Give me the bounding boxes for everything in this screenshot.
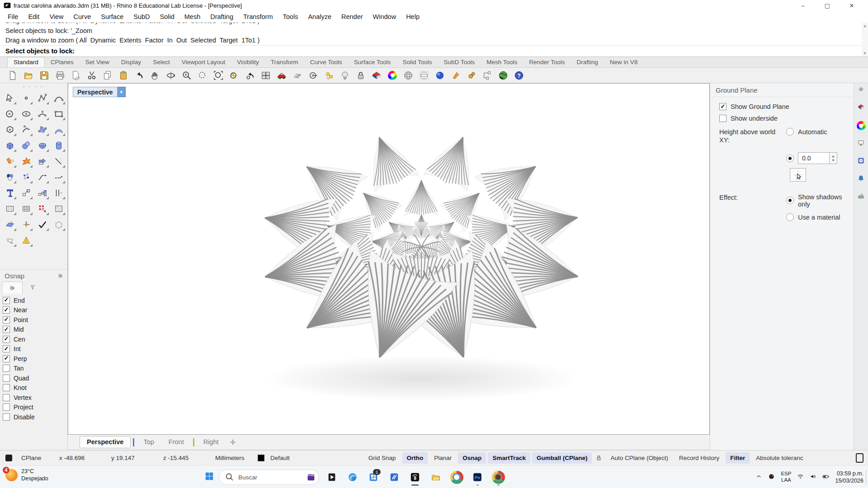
tool-point-button[interactable] (18, 90, 34, 106)
volume-icon[interactable] (810, 473, 816, 482)
tool-box-button[interactable] (2, 137, 18, 153)
viewport-title-tab[interactable]: Perspective ▼ (73, 87, 126, 97)
ribbon-tab-solid-tools[interactable]: Solid Tools (396, 57, 438, 67)
ribbon-tab-subd-tools[interactable]: SubD Tools (438, 57, 481, 67)
tool-check-button[interactable] (34, 216, 50, 232)
command-prompt-input[interactable]: Select objects to lock: (0, 45, 868, 56)
select-filter-button[interactable] (323, 69, 335, 82)
rendered-button[interactable] (434, 69, 446, 82)
osnap-tab-osnap-target[interactable] (2, 282, 23, 294)
checkbox-quad[interactable] (3, 375, 10, 382)
taskbar-app-chrome-alt[interactable] (490, 468, 506, 486)
taskbar-app-blue-diagonal[interactable] (386, 468, 402, 486)
checkbox-knot[interactable] (3, 384, 10, 391)
shaded-button[interactable] (402, 69, 415, 82)
osnap-option-disable[interactable]: Disable (3, 412, 67, 422)
tool-select-button[interactable] (2, 90, 18, 106)
zoom-selected-button[interactable] (212, 69, 225, 82)
wifi-icon[interactable] (797, 473, 804, 482)
paste-button[interactable] (117, 69, 130, 82)
render-strip-button[interactable] (858, 103, 864, 112)
osnap-option-vertex[interactable]: Vertex (3, 393, 67, 403)
menu-mesh[interactable]: Mesh (179, 12, 205, 21)
clapper-icon[interactable] (306, 472, 316, 482)
tool-surface-loft-button[interactable] (51, 122, 66, 137)
osnap-tab-filter-funnel[interactable] (23, 282, 42, 293)
tool-surface-patch-button[interactable] (34, 122, 50, 137)
status-toggle-planar[interactable]: Planar (429, 452, 456, 464)
minimize-button[interactable]: – (798, 2, 807, 9)
viewport-tab-front[interactable]: Front (162, 436, 191, 448)
ribbon-tab-new-in-v8[interactable]: New in V8 (604, 57, 644, 67)
search-box[interactable]: Buscar (219, 469, 319, 485)
osnap-option-mid[interactable]: Mid (3, 325, 67, 335)
ribbon-tab-cplanes[interactable]: CPlanes (45, 57, 80, 67)
status-toggle-ortho[interactable]: Ortho (402, 452, 428, 464)
height-value-radio[interactable] (786, 155, 794, 162)
ribbon-tab-curve-tools[interactable]: Curve Tools (304, 57, 348, 67)
osnap-option-project[interactable]: Project (3, 403, 67, 413)
new-file-button[interactable] (6, 69, 19, 82)
status-toggle-absolute-toleranc[interactable]: Absolute toleranc (751, 452, 807, 464)
scroll-up-icon[interactable]: ▲ (863, 23, 867, 28)
palette-grip[interactable]: ▪ ▪ ▪ ▪ (0, 83, 67, 90)
checkbox-tan[interactable] (3, 365, 10, 372)
render-button[interactable] (370, 69, 383, 82)
tool-explode-button[interactable] (18, 153, 34, 169)
viewport-properties-button[interactable] (5, 455, 12, 461)
taskbar-app-file-explorer[interactable] (428, 468, 444, 486)
checkbox-end[interactable] (3, 297, 10, 304)
tool-plane-button[interactable] (2, 216, 18, 232)
show-underside-checkbox[interactable] (719, 115, 726, 122)
options-button[interactable] (465, 69, 478, 82)
menu-analyze[interactable]: Analyze (303, 12, 336, 21)
ribbon-tab-transform[interactable]: Transform (265, 57, 304, 67)
menu-surface[interactable]: Surface (96, 12, 128, 21)
language-indicator[interactable]: ESPLAA (781, 471, 791, 483)
hide-button[interactable] (307, 69, 320, 82)
ribbon-tab-visibility[interactable]: Visibility (231, 57, 265, 67)
copy-button[interactable] (101, 69, 114, 82)
lock-button[interactable] (354, 69, 367, 82)
automatic-radio[interactable] (786, 128, 794, 136)
help-button[interactable]: ? (513, 69, 525, 82)
osnap-option-cen[interactable]: Cen (3, 334, 67, 344)
osnap-option-near[interactable]: Near (3, 305, 67, 315)
checkbox-near[interactable] (3, 306, 10, 314)
gear-strip-button[interactable] (858, 86, 864, 94)
menu-curve[interactable]: Curve (69, 12, 96, 21)
tool-move-button[interactable] (18, 185, 34, 201)
cplane-toggle[interactable]: CPlane (19, 455, 57, 461)
osnap-option-knot[interactable]: Knot (3, 383, 67, 393)
tool-flip-button[interactable] (34, 153, 50, 169)
ribbon-tab-viewport-layout[interactable]: Viewport Layout (176, 57, 231, 67)
tool-blend-button[interactable] (2, 169, 18, 185)
spotlight-button[interactable] (449, 69, 462, 82)
keyboard-hand-strip-button[interactable] (858, 192, 864, 201)
open-file-button[interactable] (22, 69, 35, 82)
taskbar-app-photoshop[interactable]: Ps (469, 468, 486, 486)
show-ground-plane-checkbox[interactable] (719, 103, 726, 110)
cplane-button[interactable] (291, 69, 304, 82)
tool-polygon-button[interactable] (2, 122, 18, 137)
units-label[interactable]: Millimeters (212, 455, 258, 461)
undo-button[interactable] (133, 69, 146, 82)
ribbon-tab-render-tools[interactable]: Render Tools (523, 57, 571, 67)
menu-help[interactable]: Help (401, 12, 425, 21)
tool-solid-button[interactable] (51, 216, 66, 232)
tool-hatch-button[interactable] (51, 201, 66, 216)
tool-point-cloud-button[interactable] (18, 169, 34, 185)
tool-pyramid-button[interactable] (18, 232, 34, 248)
save-button[interactable] (38, 69, 51, 82)
ghosted-button[interactable] (418, 69, 430, 82)
osnap-option-end[interactable]: End (3, 296, 67, 305)
tray-media-button[interactable] (768, 473, 775, 482)
history-button[interactable] (481, 69, 494, 82)
export-button[interactable] (70, 69, 82, 82)
height-value[interactable]: 0.0 (798, 152, 830, 164)
earth-button[interactable] (497, 69, 509, 82)
ribbon-tab-drafting[interactable]: Drafting (571, 57, 604, 67)
maximize-button[interactable]: ▢ (823, 2, 832, 9)
menu-solid[interactable]: Solid (155, 12, 179, 21)
pick-point-button[interactable] (790, 168, 806, 182)
